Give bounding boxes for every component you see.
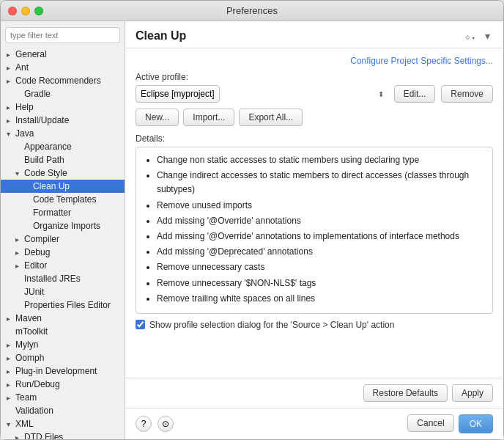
close-button[interactable]	[8, 7, 17, 15]
nav-forward-button[interactable]: ▾	[482, 29, 493, 43]
profile-select[interactable]: Eclipse [myproject]	[136, 85, 220, 103]
cancel-button[interactable]: Cancel	[407, 414, 453, 432]
arrow-icon	[7, 420, 15, 428]
sidebar-item-run-debug[interactable]: Run/Debug	[1, 378, 125, 391]
sidebar-item-install-update[interactable]: Install/Update	[1, 114, 125, 127]
sidebar-item-gradle[interactable]: Gradle	[1, 87, 125, 100]
show-profile-checkbox[interactable]	[136, 320, 145, 329]
maximize-button[interactable]	[34, 7, 43, 15]
sidebar-item-installed-jres[interactable]: Installed JREs	[1, 272, 125, 285]
footer-bottom-right: Cancel OK	[407, 414, 493, 433]
details-list-item: Change non static accesses to static mem…	[157, 153, 485, 167]
footer-bottom: ? ⊙ Cancel OK	[125, 408, 503, 439]
filter-input[interactable]	[5, 27, 120, 43]
arrow-icon	[7, 103, 15, 111]
sidebar-item-appearance[interactable]: Appearance	[1, 140, 125, 153]
details-label: Details:	[136, 133, 493, 144]
sidebar-item-label: Debug	[24, 247, 50, 257]
content-header: Clean Up ⬦▾ ▾	[125, 21, 503, 48]
sidebar-item-label: Code Style	[24, 168, 67, 178]
content-footer: Restore Defaults Apply	[125, 378, 503, 408]
window-title: Preferences	[226, 5, 278, 16]
sidebar-item-label: Mylyn	[15, 340, 38, 350]
sidebar-item-properties-files-editor[interactable]: Properties Files Editor	[1, 298, 125, 312]
arrow-icon	[7, 117, 15, 125]
sidebar-item-help[interactable]: Help	[1, 100, 125, 114]
sidebar-item-junit[interactable]: JUnit	[1, 285, 125, 298]
sidebar-item-label: General	[15, 49, 47, 59]
sidebar-item-clean-up[interactable]: Clean Up	[1, 180, 125, 193]
sidebar-item-code-templates[interactable]: Code Templates	[1, 193, 125, 206]
footer-top-buttons: Restore Defaults Apply	[136, 384, 493, 402]
sidebar-item-ant[interactable]: Ant	[1, 61, 125, 74]
arrow-icon	[7, 394, 15, 402]
sidebar-item-label: Installed JREs	[24, 274, 81, 284]
active-profile-label: Active profile:	[136, 72, 493, 82]
profile-select-wrapper: Eclipse [myproject]	[136, 85, 388, 103]
sidebar-item-dtd-files[interactable]: DTD Files	[1, 430, 125, 439]
sidebar-item-team[interactable]: Team	[1, 391, 125, 404]
sidebar-item-maven[interactable]: Maven	[1, 312, 125, 325]
sidebar-item-validation[interactable]: Validation	[1, 404, 125, 417]
sidebar-item-debug[interactable]: Debug	[1, 246, 125, 259]
arrow-icon	[15, 169, 24, 177]
details-list-item: Remove trailing white spaces on all line…	[157, 292, 485, 306]
sidebar-item-plug-in-development[interactable]: Plug-in Development	[1, 364, 125, 378]
edit-button[interactable]: Edit...	[394, 85, 436, 103]
details-list-item: Change indirect accesses to static membe…	[157, 169, 485, 197]
arrow-icon	[7, 64, 15, 72]
sidebar-item-formatter[interactable]: Formatter	[1, 206, 125, 219]
info-button[interactable]: ⊙	[158, 416, 174, 432]
sidebar-item-label: Clean Up	[33, 181, 70, 191]
sidebar-item-label: Help	[15, 102, 34, 112]
help-button[interactable]: ?	[136, 416, 152, 432]
profile-row: Eclipse [myproject] Edit... Remove	[136, 85, 493, 103]
apply-button[interactable]: Apply	[452, 384, 493, 402]
details-list-item: Remove unnecessary '$NON-NLS$' tags	[157, 276, 485, 290]
sidebar-item-label: Maven	[15, 313, 42, 323]
content-body: Configure Project Specific Settings... A…	[125, 48, 503, 378]
sidebar-item-mylyn[interactable]: Mylyn	[1, 338, 125, 351]
sidebar-item-label: Compiler	[24, 234, 59, 244]
sidebar-item-label: Appearance	[24, 142, 72, 152]
sidebar-item-code-style[interactable]: Code Style	[1, 166, 125, 180]
sidebar-item-organize-imports[interactable]: Organize Imports	[1, 219, 125, 232]
sidebar-item-java[interactable]: Java	[1, 127, 125, 140]
sidebar-item-label: Run/Debug	[15, 379, 60, 389]
traffic-lights	[8, 7, 43, 15]
details-list-item: Remove unused imports	[157, 199, 485, 213]
details-list-item: Add missing '@Deprecated' annotations	[157, 245, 485, 259]
sidebar-item-code-recommenders[interactable]: Code Recommenders	[1, 74, 125, 87]
sidebar-item-label: Build Path	[24, 155, 64, 165]
arrow-icon	[15, 249, 24, 257]
sidebar-item-label: Formatter	[33, 208, 71, 218]
sidebar-item-general[interactable]: General	[1, 48, 125, 61]
ok-button[interactable]: OK	[459, 414, 493, 433]
sidebar-item-label: JUnit	[24, 287, 44, 297]
export-all-button[interactable]: Export All...	[239, 109, 303, 126]
import-button[interactable]: Import...	[183, 109, 234, 126]
titlebar: Preferences	[1, 1, 503, 21]
new-button[interactable]: New...	[136, 109, 179, 126]
details-box: Change non static accesses to static mem…	[136, 147, 493, 314]
footer-bottom-left: ? ⊙	[136, 416, 174, 432]
sidebar-item-oomph[interactable]: Oomph	[1, 351, 125, 364]
sidebar-item-label: Gradle	[24, 89, 51, 99]
restore-defaults-button[interactable]: Restore Defaults	[363, 384, 448, 402]
sidebar-item-label: mToolkit	[15, 326, 48, 337]
details-list-item: Add missing '@Override' annotations to i…	[157, 230, 485, 243]
sidebar-item-build-path[interactable]: Build Path	[1, 153, 125, 166]
remove-button[interactable]: Remove	[441, 85, 493, 103]
details-list-item: Add missing '@Override' annotations	[157, 214, 485, 228]
sidebar-item-label: Oomph	[15, 353, 44, 363]
sidebar-item-compiler[interactable]: Compiler	[1, 232, 125, 246]
sidebar-item-mtoolkit[interactable]: mToolkit	[1, 325, 125, 338]
sidebar-item-label: Properties Files Editor	[24, 300, 111, 310]
nav-back-button[interactable]: ⬦▾	[462, 29, 479, 43]
sidebar-item-label: Java	[15, 128, 34, 139]
sidebar-item-xml[interactable]: XML	[1, 417, 125, 430]
minimize-button[interactable]	[21, 7, 30, 15]
sidebar-item-editor[interactable]: Editor	[1, 259, 125, 272]
configure-project-link[interactable]: Configure Project Specific Settings...	[350, 56, 493, 66]
main-content: GeneralAntCode RecommendersGradleHelpIns…	[1, 21, 503, 439]
